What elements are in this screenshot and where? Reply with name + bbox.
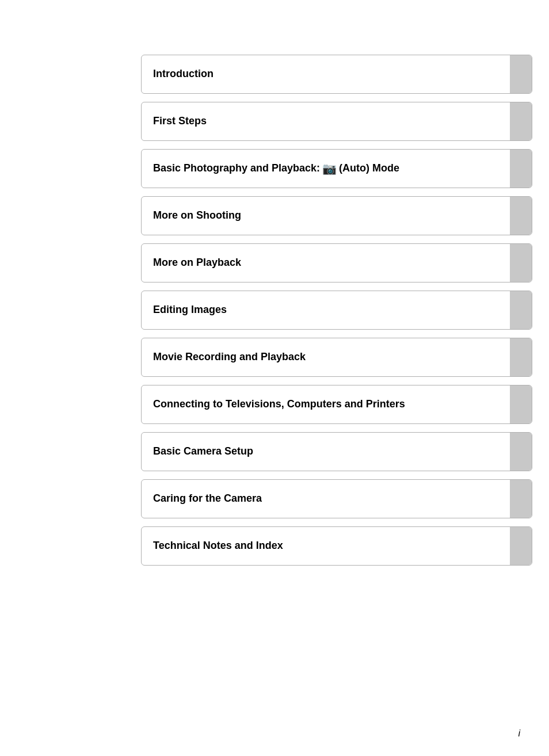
- toc-item-editing-images[interactable]: Editing Images: [141, 291, 532, 330]
- toc-item-first-steps[interactable]: First Steps: [141, 102, 532, 141]
- toc-tab-more-playback: [510, 244, 532, 282]
- toc-label-more-playback: More on Playback: [142, 244, 510, 282]
- camera-icon: 📷: [322, 161, 337, 176]
- toc-label-editing-images: Editing Images: [142, 291, 510, 329]
- toc-item-movie-recording[interactable]: Movie Recording and Playback: [141, 338, 532, 377]
- toc-label-first-steps: First Steps: [142, 102, 510, 140]
- toc-item-more-shooting[interactable]: More on Shooting: [141, 196, 532, 235]
- toc-label-caring-camera: Caring for the Camera: [142, 480, 510, 518]
- toc-tab-basic-photography: [510, 150, 532, 188]
- toc-label-introduction: Introduction: [142, 55, 510, 93]
- toc-tab-introduction: [510, 55, 532, 93]
- basic-photography-suffix: (Auto) Mode: [339, 162, 399, 175]
- page-number: i: [518, 728, 520, 739]
- toc-item-more-playback[interactable]: More on Playback: [141, 243, 532, 282]
- toc-label-more-shooting: More on Shooting: [142, 197, 510, 235]
- toc-tab-editing-images: [510, 291, 532, 329]
- toc-tab-movie-recording: [510, 338, 532, 376]
- toc-tab-basic-camera-setup: [510, 433, 532, 471]
- basic-photography-text: Basic Photography and Playback:: [153, 162, 320, 175]
- toc-tab-first-steps: [510, 102, 532, 140]
- toc-item-basic-camera-setup[interactable]: Basic Camera Setup: [141, 432, 532, 471]
- toc-item-technical-notes[interactable]: Technical Notes and Index: [141, 526, 532, 566]
- toc-label-basic-photography: Basic Photography and Playback:📷 (Auto) …: [142, 150, 510, 188]
- toc-tab-connecting: [510, 385, 532, 423]
- table-of-contents: Introduction First Steps Basic Photograp…: [141, 55, 532, 574]
- toc-label-connecting: Connecting to Televisions, Computers and…: [142, 385, 510, 423]
- toc-item-caring-camera[interactable]: Caring for the Camera: [141, 479, 532, 518]
- toc-label-basic-camera-setup: Basic Camera Setup: [142, 433, 510, 471]
- toc-label-technical-notes: Technical Notes and Index: [142, 527, 510, 565]
- toc-tab-technical-notes: [510, 527, 532, 565]
- toc-item-basic-photography[interactable]: Basic Photography and Playback:📷 (Auto) …: [141, 149, 532, 188]
- page-container: Introduction First Steps Basic Photograp…: [0, 0, 549, 756]
- toc-item-connecting[interactable]: Connecting to Televisions, Computers and…: [141, 385, 532, 424]
- toc-tab-caring-camera: [510, 480, 532, 518]
- toc-label-movie-recording: Movie Recording and Playback: [142, 338, 510, 376]
- toc-tab-more-shooting: [510, 197, 532, 235]
- toc-item-introduction[interactable]: Introduction: [141, 55, 532, 94]
